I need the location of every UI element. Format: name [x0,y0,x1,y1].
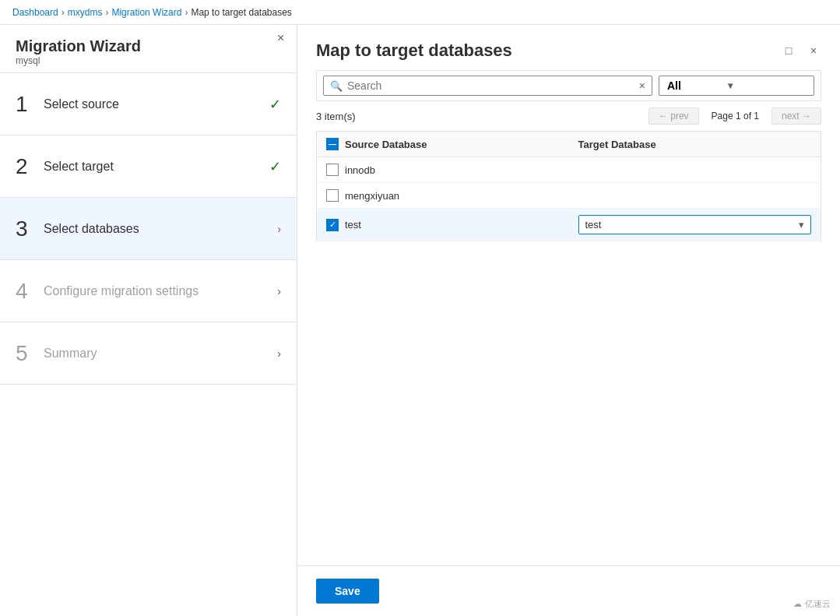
target-select-chevron-icon: ▾ [799,219,804,231]
search-input[interactable] [347,79,634,92]
next-button[interactable]: next → [771,107,821,125]
table-cell-target-2 [569,183,821,209]
row-checkbox-2[interactable] [326,189,339,202]
breadcrumb-sep-3: › [185,7,188,18]
toolbar: 🔍 × All ▾ [316,70,821,101]
content-header: Map to target databases □ × [297,25,840,70]
sidebar-header: Migration Wizard mysql [0,25,297,73]
pagination-row: 3 item(s) ← prev Page 1 of 1 next → [316,107,821,125]
table-row: test test ▾ [317,209,821,241]
table-cell-source-3: test [317,209,569,241]
step-number-4: 4 [16,279,44,304]
table-row: innodb [317,157,821,183]
breadcrumb-mxydms[interactable]: mxydms [68,7,103,18]
source-db-name-1: innodb [345,164,375,176]
pagination-controls: ← prev Page 1 of 1 next → [648,107,821,125]
search-icon: 🔍 [330,80,343,92]
watermark-icon: ☁ [793,599,802,609]
sidebar-close-button[interactable]: × [277,31,284,45]
breadcrumb-wizard[interactable]: Migration Wizard [111,7,181,18]
target-db-select-3[interactable]: test ▾ [578,215,812,234]
sidebar-title: Migration Wizard [16,37,281,55]
sidebar-subtitle: mysql [16,55,281,66]
step-number-3: 3 [16,216,44,241]
filter-label: All [667,79,681,92]
breadcrumb-sep-2: › [105,7,108,18]
search-clear-button[interactable]: × [639,79,645,92]
watermark: ☁ 亿速云 [793,598,831,610]
save-button[interactable]: Save [316,579,379,604]
database-table: Source Database Target Database innodb [316,131,821,241]
step-number-2: 2 [16,154,44,179]
items-count: 3 item(s) [316,111,356,122]
step-label-3: Select databases [44,222,271,236]
restore-button[interactable]: □ [781,43,796,58]
step-item-3[interactable]: 3 Select databases › [0,198,297,260]
step-item-1[interactable]: 1 Select source ✓ [0,73,297,136]
step-label-4: Configure migration settings [44,284,271,298]
breadcrumb: Dashboard › mxydms › Migration Wizard › … [0,0,840,25]
target-db-value-3: test [585,219,602,231]
step-number-5: 5 [16,341,44,366]
table-cell-source-1: innodb [317,157,569,183]
chevron-down-icon: ▾ [728,80,733,91]
step-item-2[interactable]: 2 Select target ✓ [0,136,297,198]
step-item-4: 4 Configure migration settings › [0,260,297,322]
step-number-1: 1 [16,92,44,117]
prev-button[interactable]: ← prev [648,107,699,125]
step-item-5: 5 Summary › [0,322,297,385]
filter-dropdown[interactable]: All ▾ [659,76,814,96]
table-body: innodb mengxiyuan [317,157,821,241]
breadcrumb-dashboard[interactable]: Dashboard [12,7,58,18]
table-cell-target-3: test ▾ [569,209,821,241]
step-arrow-3: › [277,223,281,235]
step-check-2: ✓ [269,158,281,175]
search-box: 🔍 × [323,76,652,96]
window-controls: □ × [781,43,821,58]
content-body: 🔍 × All ▾ 3 item(s) ← prev Page 1 of 1 n… [297,70,840,565]
watermark-text: 亿速云 [805,598,831,610]
row-checkbox-3[interactable] [326,219,339,231]
content-title: Map to target databases [316,40,512,61]
step-list: 1 Select source ✓ 2 Select target ✓ 3 Se… [0,73,297,616]
content-panel: Map to target databases □ × 🔍 × All ▾ [297,25,840,616]
table-row: mengxiyuan [317,183,821,209]
close-button[interactable]: × [806,43,821,58]
select-all-checkbox[interactable] [326,138,339,150]
col-source-header: Source Database [317,132,569,157]
step-label-1: Select source [44,97,263,111]
breadcrumb-sep-1: › [62,7,65,18]
table-cell-source-2: mengxiyuan [317,183,569,209]
breadcrumb-current: Map to target databases [191,7,291,18]
step-label-5: Summary [44,347,271,361]
table-cell-target-1 [569,157,821,183]
source-db-name-3: test [345,219,361,231]
step-arrow-4: › [277,285,281,297]
step-label-2: Select target [44,160,263,174]
source-db-header-label: Source Database [345,139,427,150]
content-footer: Save [297,565,840,616]
row-checkbox-1[interactable] [326,164,339,176]
step-arrow-5: › [277,347,281,360]
page-info: Page 1 of 1 [702,108,768,124]
col-target-header: Target Database [569,132,821,157]
table-header-row: Source Database Target Database [317,132,821,157]
source-db-name-2: mengxiyuan [345,190,399,202]
sidebar: Migration Wizard mysql × 1 Select source… [0,25,297,616]
step-check-1: ✓ [269,96,281,113]
